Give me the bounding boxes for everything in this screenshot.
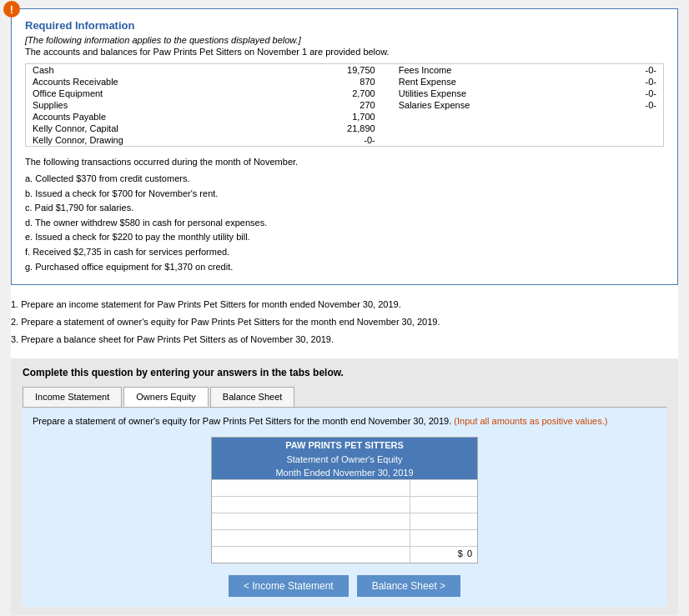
- statement-row-3: [212, 513, 477, 529]
- transactions-list: a. Collected $370 from credit customers.…: [25, 172, 664, 274]
- content-area: Prepare a statement of owner's equity fo…: [23, 408, 666, 607]
- transaction-item: g. Purchased office equipment for $1,370…: [25, 260, 664, 275]
- tab-income-statement[interactable]: Income Statement: [23, 387, 122, 407]
- transaction-item: e. Issued a check for $220 to pay the mo…: [25, 230, 664, 245]
- statement-company: PAW PRINTS PET SITTERS: [212, 438, 477, 453]
- account-value: 21,890: [290, 123, 381, 134]
- account-value: 870: [290, 76, 381, 88]
- tabs-container: Income Statement Owners Equity Balance S…: [23, 387, 666, 408]
- required-info-box: ! Required Information [The following in…: [11, 8, 678, 285]
- question-item: 2. Prepare a statement of owner's equity…: [11, 314, 678, 330]
- info-icon: !: [3, 1, 20, 18]
- instruction-text: Prepare a statement of owner's equity fo…: [33, 414, 656, 428]
- statement-container: PAW PRINTS PET SITTERS Statement of Owne…: [211, 437, 478, 563]
- expense-label: Utilities Expense: [382, 88, 597, 99]
- transaction-item: b. Issued a check for $700 for November'…: [25, 187, 664, 202]
- transaction-item: a. Collected $370 from credit customers.: [25, 172, 664, 187]
- required-info-italic: [The following information applies to th…: [25, 35, 664, 45]
- expense-value: -0-: [597, 99, 664, 111]
- statement-row-4: [212, 529, 477, 546]
- expense-label: [382, 123, 597, 134]
- statement-title: Statement of Owner's Equity: [212, 453, 477, 466]
- complete-question-box: Complete this question by entering your …: [11, 358, 678, 615]
- expense-value: [597, 134, 664, 147]
- expense-label: Rent Expense: [382, 76, 597, 88]
- transaction-item: f. Received $2,735 in cash for services …: [25, 245, 664, 260]
- expense-value: [597, 111, 664, 123]
- statement-row-1: [212, 479, 477, 496]
- expense-label: Fees Income: [382, 64, 597, 77]
- dollar-sign: $: [458, 548, 463, 558]
- account-value: 1,700: [290, 111, 381, 123]
- statement-period: Month Ended November 30, 2019: [212, 466, 477, 479]
- expense-label: [382, 134, 597, 147]
- account-name: Accounts Receivable: [26, 76, 291, 88]
- expense-value: -0-: [597, 76, 664, 88]
- nav-buttons: < Income Statement Balance Sheet >: [33, 575, 656, 597]
- complete-title: Complete this question by entering your …: [23, 367, 666, 378]
- statement-row-2: [212, 496, 477, 513]
- question-item: 3. Prepare a balance sheet for Paw Print…: [11, 332, 678, 348]
- required-info-text: The accounts and balances for Paw Prints…: [25, 47, 664, 57]
- accounts-table: Cash 19,750 Fees Income -0- Accounts Rec…: [25, 63, 664, 147]
- account-name: Office Equipment: [26, 88, 291, 99]
- next-button[interactable]: Balance Sheet >: [357, 575, 460, 597]
- expense-value: [597, 123, 664, 134]
- tab-balance-sheet[interactable]: Balance Sheet: [210, 387, 295, 407]
- total-value: 0: [467, 548, 472, 558]
- questions-section: 1. Prepare an income statement for Paw P…: [11, 297, 678, 347]
- account-name: Cash: [26, 64, 291, 77]
- question-item: 1. Prepare an income statement for Paw P…: [11, 297, 678, 313]
- transaction-item: d. The owner withdrew $580 in cash for p…: [25, 216, 664, 231]
- statement-row-5: $ 0: [212, 546, 477, 563]
- transaction-item: c. Paid $1,790 for salaries.: [25, 201, 664, 216]
- account-value: 19,750: [290, 64, 381, 77]
- expense-value: -0-: [597, 88, 664, 99]
- expense-value: -0-: [597, 64, 664, 77]
- account-name: Kelly Connor, Capital: [26, 123, 291, 134]
- account-name: Accounts Payable: [26, 111, 291, 123]
- transactions-title: The following transactions occurred duri…: [25, 157, 664, 167]
- prev-button[interactable]: < Income Statement: [229, 575, 349, 597]
- account-value: 2,700: [290, 88, 381, 99]
- expense-label: [382, 111, 597, 123]
- expense-label: Salaries Expense: [382, 99, 597, 111]
- required-info-title: Required Information: [25, 19, 664, 32]
- instruction-highlight: (Input all amounts as positive values.): [454, 416, 607, 426]
- tab-owners-equity[interactable]: Owners Equity: [123, 387, 209, 407]
- account-name: Kelly Connor, Drawing: [26, 134, 291, 147]
- account-value: 270: [290, 99, 381, 111]
- account-name: Supplies: [26, 99, 291, 111]
- account-value: -0-: [290, 134, 381, 147]
